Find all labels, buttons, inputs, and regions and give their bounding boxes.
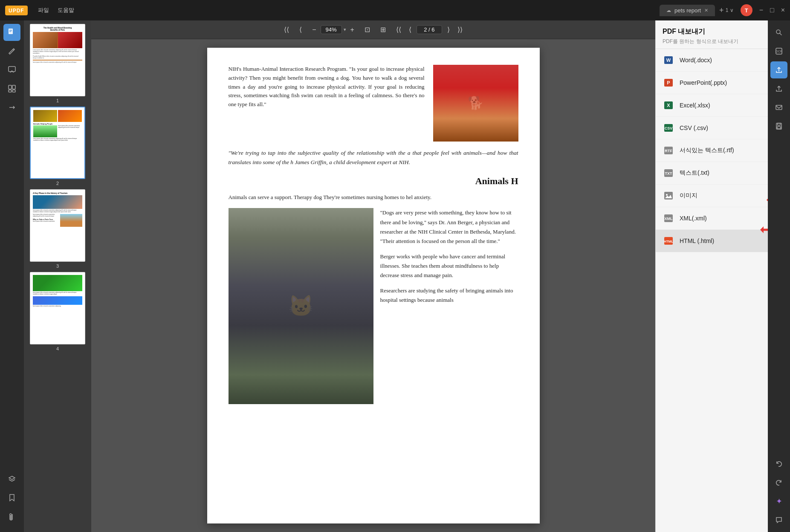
tab-add-button[interactable]: + (718, 4, 726, 17)
thumbnail-img-3: A Key Phase in the History of Tourism lo… (30, 189, 85, 262)
svg-text:X: X (667, 103, 670, 108)
thumbnail-4[interactable]: lorem ipsum dolor sit amet consectetur a… (27, 272, 88, 351)
export-label-excel: Excel(.xlsx) (680, 102, 710, 109)
title-bar-menu: 파일 도움말 (38, 6, 660, 14)
svg-text:TXT: TXT (665, 171, 673, 176)
rtool-search[interactable] (770, 24, 787, 41)
export-label-ppt: PowerPoint(.pptx) (680, 79, 727, 86)
content-area: ⟨⟨ ⟨ − 94% ▾ + ⊡ ⊞ ⟨⟨ ⟨ 2 / 6 ⟩ ⟩⟩ (91, 20, 655, 532)
export-item-txt[interactable]: TXT 텍스트(.txt) (656, 162, 768, 185)
thumbnail-label-3: 3 (56, 263, 59, 269)
pdf-section-title: Animals H (229, 173, 518, 188)
svg-rect-3 (9, 32, 11, 32)
pdf-text-right: Animals can serve a support. Therapy dog… (229, 193, 518, 411)
rtool-export[interactable] (770, 61, 787, 78)
first-page-button[interactable]: ⟨⟨ (394, 24, 404, 35)
svg-rect-5 (9, 85, 12, 89)
rtool-share[interactable] (770, 80, 787, 97)
rtool-undo[interactable] (770, 455, 787, 472)
title-bar-right: 1 ∨ T − □ × (726, 4, 785, 16)
rtool-redo[interactable] (770, 474, 787, 491)
fit-height-button[interactable]: ⊞ (378, 24, 388, 35)
xml-icon: XML (663, 212, 674, 224)
page-prev-button[interactable]: ⟨ (297, 24, 304, 35)
active-tab[interactable]: ☁ pets report ✕ (660, 5, 715, 16)
zoom-dropdown[interactable]: ▾ (344, 27, 346, 32)
html-icon: HTML (663, 235, 674, 247)
main-area: The Health and Mood-BoostingBenefits of … (0, 20, 790, 532)
excel-icon: X (663, 99, 674, 111)
thumbnail-1[interactable]: The Health and Mood-BoostingBenefits of … (27, 24, 88, 103)
sidebar-icon-edit[interactable] (3, 43, 20, 60)
export-items-list: W Word(.docx) P PowerPoint(.pptx) X Exce… (656, 49, 768, 532)
pdf-content[interactable]: NIH's Human-Animal Interaction Research … (91, 39, 655, 532)
svg-rect-21 (664, 192, 673, 200)
fit-width-button[interactable]: ⊡ (362, 24, 373, 35)
zoom-in-button[interactable]: + (348, 24, 357, 35)
sidebar-icon-attachment[interactable] (3, 508, 20, 525)
svg-text:RTF: RTF (665, 149, 672, 153)
left-sidebar (0, 20, 24, 532)
sidebar-icon-layers[interactable] (3, 471, 20, 488)
last-page-button[interactable]: ⟩⟩ (455, 24, 465, 35)
export-item-rtf[interactable]: RTF 서식있는 텍스트(.rtf) (656, 139, 768, 162)
export-subtitle: PDF를 원하는 형식으로 내보내기 (663, 38, 761, 45)
sidebar-icon-annotate[interactable] (3, 61, 20, 78)
svg-text:HTML: HTML (664, 240, 673, 243)
export-label-html: HTML (.html) (680, 237, 714, 244)
tab-close-icon[interactable]: ✕ (704, 8, 708, 13)
export-item-xml[interactable]: XML XML(.xml) (656, 207, 768, 230)
pdf-top-section: NIH's Human-Animal Interaction Research … (229, 65, 518, 142)
rtool-save[interactable] (770, 118, 787, 135)
ppt-icon: P (663, 77, 674, 89)
next-page-button[interactable]: ⟩ (445, 24, 452, 35)
page-indicator-small[interactable]: 1 ∨ (726, 7, 734, 13)
prev-page-button[interactable]: ⟨ (406, 24, 414, 35)
avatar[interactable]: T (741, 4, 752, 16)
export-item-html[interactable]: HTML HTML (.html) (656, 230, 768, 252)
rtf-icon: RTF (663, 145, 674, 156)
thumbnail-2[interactable]: Animals Helping People lorem ipsum dolor… (27, 107, 88, 186)
svg-text:OCR: OCR (776, 50, 782, 53)
word-icon: W (663, 54, 674, 66)
fit-page-start-button[interactable]: ⟨⟨ (281, 24, 292, 35)
thumbnail-img-2: Animals Helping People lorem ipsum dolor… (30, 107, 85, 179)
window-controls: − □ × (759, 6, 785, 14)
thumbnail-img-4: lorem ipsum dolor sit amet consectetur a… (30, 272, 85, 344)
export-item-word[interactable]: W Word(.docx) (656, 49, 768, 72)
export-item-csv[interactable]: CSV CSV (.csv) (656, 117, 768, 139)
svg-text:CSV: CSV (665, 126, 673, 130)
svg-rect-8 (12, 90, 15, 92)
sidebar-icon-pages[interactable] (3, 24, 20, 41)
export-item-img[interactable]: 이미지 (656, 185, 768, 207)
svg-rect-31 (776, 105, 782, 110)
rtool-ocr[interactable]: OCR (770, 43, 787, 60)
sidebar-icon-bookmark[interactable] (3, 489, 20, 506)
rtool-comment[interactable] (770, 512, 787, 529)
right-tool-sidebar: OCR ✦ (768, 20, 790, 532)
sidebar-icon-convert[interactable] (3, 99, 20, 116)
page-display[interactable]: 2 / 6 (417, 25, 442, 34)
rtool-mail[interactable] (770, 99, 787, 116)
zoom-value[interactable]: 94% (321, 25, 342, 34)
sidebar-icon-organize[interactable] (3, 80, 20, 97)
close-button[interactable]: × (781, 6, 785, 14)
tab-title: pets report (674, 7, 701, 14)
svg-rect-33 (778, 123, 780, 125)
zoom-display: − 94% ▾ + (310, 24, 357, 35)
menu-file[interactable]: 파일 (38, 6, 49, 14)
updf-logo[interactable]: UPDF (5, 6, 28, 15)
thumbnail-3[interactable]: A Key Phase in the History of Tourism lo… (27, 189, 88, 269)
minimize-button[interactable]: − (759, 6, 763, 14)
export-panel: PDF 내보내기 PDF를 원하는 형식으로 내보내기 W Word(.docx… (655, 20, 768, 532)
svg-rect-6 (12, 85, 15, 89)
export-item-ppt[interactable]: P PowerPoint(.pptx) (656, 72, 768, 94)
rtool-ai[interactable]: ✦ (770, 493, 787, 510)
export-label-csv: CSV (.csv) (680, 124, 708, 131)
zoom-out-button[interactable]: − (310, 24, 318, 35)
maximize-button[interactable]: □ (770, 6, 774, 14)
menu-help[interactable]: 도움말 (58, 6, 74, 14)
export-panel-header: PDF 내보내기 PDF를 원하는 형식으로 내보내기 (656, 20, 768, 49)
thumbnail-label-4: 4 (56, 346, 59, 351)
export-item-excel[interactable]: X Excel(.xlsx) (656, 94, 768, 117)
